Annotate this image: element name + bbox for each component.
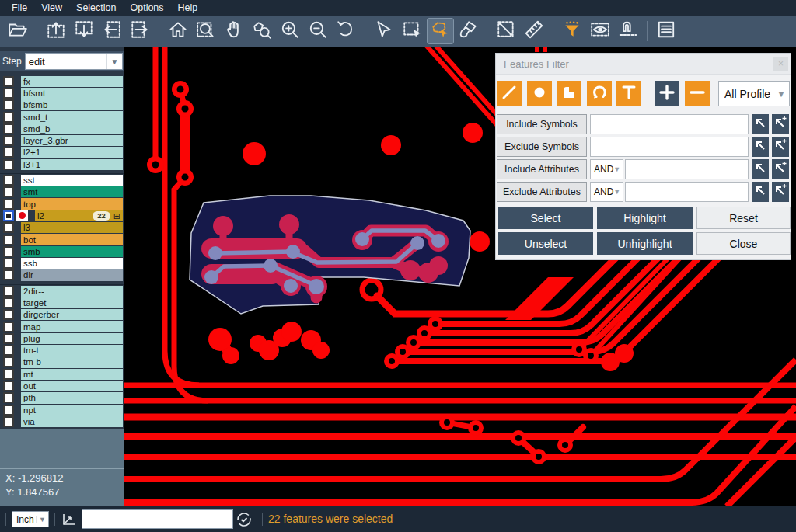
include-attributes-button[interactable]: Include Attributes [497, 159, 587, 179]
pick-arrow-add-button[interactable] [772, 182, 789, 202]
layer-checkbox[interactable] [3, 356, 14, 367]
layer-name[interactable]: 2dir-- [21, 286, 123, 297]
zoom-previous-button[interactable] [333, 19, 359, 43]
layer-checkbox[interactable] [3, 235, 14, 245]
layer-checkbox[interactable] [3, 416, 14, 427]
unselect-button[interactable]: Unselect [498, 232, 593, 255]
pan-hand-button[interactable] [222, 19, 247, 43]
layer-name[interactable]: dirgerber [21, 309, 123, 320]
layer-name[interactable]: plug [21, 333, 123, 344]
menu-view[interactable]: View [34, 1, 69, 16]
home-button[interactable] [166, 19, 191, 43]
move-down-button[interactable] [72, 19, 97, 43]
pick-arrow-button[interactable] [752, 114, 769, 134]
filter-arc-button[interactable] [587, 81, 612, 106]
zoom-in-button[interactable] [278, 19, 303, 43]
pick-arrow-add-button[interactable] [772, 159, 789, 179]
layer-checkbox[interactable] [3, 147, 14, 158]
layer-name[interactable]: target [21, 297, 123, 308]
layer-checkbox[interactable] [3, 286, 14, 297]
filter-text-button[interactable] [616, 81, 641, 106]
include-symbols-button[interactable]: Include Symbols [497, 114, 587, 134]
layer-name[interactable]: bfsmb [21, 99, 123, 110]
move-left-button[interactable] [100, 19, 125, 43]
zoom-out-button[interactable] [305, 19, 331, 43]
layer-checkbox[interactable] [3, 392, 14, 403]
menu-file[interactable]: File [5, 1, 34, 16]
exclude-attributes-button[interactable]: Exclude Attributes [497, 182, 587, 202]
unit-select[interactable]: Inch ▼ [12, 511, 49, 527]
layer-checkbox[interactable] [3, 269, 14, 280]
layer-name[interactable]: tm-t [21, 345, 123, 356]
select-polygon-button[interactable] [428, 19, 453, 43]
layer-name[interactable]: via [21, 416, 123, 427]
exclude-attributes-operator-select[interactable]: AND▼ [590, 182, 623, 202]
filter-button[interactable] [560, 19, 585, 43]
layer-checkbox[interactable] [3, 210, 14, 221]
show-eye-button[interactable] [588, 19, 613, 43]
layer-name[interactable]: l2+1 [21, 147, 123, 158]
layer-name[interactable]: ssb [21, 258, 123, 269]
profile-select[interactable]: All Profile ▼ [718, 81, 790, 106]
menu-selection[interactable]: Selection [69, 1, 123, 16]
layer-name[interactable]: bot [21, 234, 123, 245]
layer-checkbox[interactable] [3, 222, 14, 233]
command-input[interactable] [82, 509, 233, 529]
layer-checkbox[interactable] [3, 123, 14, 134]
layer-name[interactable]: sst [21, 175, 123, 186]
reset-button[interactable]: Reset [696, 207, 791, 229]
step-select[interactable]: edit ▼ [25, 53, 123, 70]
layer-checkbox[interactable] [3, 405, 14, 416]
layer-name[interactable]: l3 [21, 222, 123, 233]
layer-checkbox[interactable] [3, 199, 14, 210]
close-button[interactable]: Close [696, 232, 791, 255]
layer-checkbox[interactable] [3, 88, 14, 99]
ruler-button[interactable] [522, 19, 547, 43]
close-icon[interactable]: × [773, 57, 788, 71]
layer-checkbox[interactable] [3, 333, 14, 344]
brush-button[interactable] [456, 19, 481, 43]
open-folder-button[interactable] [5, 19, 31, 43]
layer-name[interactable]: layer_3.gbr [21, 135, 123, 146]
layer-name[interactable]: l222⊞ [35, 210, 123, 221]
layer-name[interactable]: smb [21, 246, 123, 257]
include-attributes-operator-select[interactable]: AND▼ [590, 159, 623, 179]
layer-name[interactable]: tm-b [21, 356, 123, 367]
exclude-symbols-input[interactable] [590, 137, 749, 157]
filter-line-button[interactable] [497, 81, 522, 106]
unhighlight-button[interactable]: Unhighlight [597, 232, 693, 255]
layer-name[interactable]: mt [21, 369, 123, 380]
menu-help[interactable]: Help [171, 1, 205, 16]
move-up-button[interactable] [44, 19, 69, 43]
layers-panel-button[interactable] [654, 19, 679, 43]
dialog-title-bar[interactable]: Features Filter × [496, 54, 791, 75]
move-right-button[interactable] [127, 19, 153, 43]
layer-checkbox[interactable] [3, 345, 14, 356]
layer-name[interactable]: smd_b [21, 123, 123, 134]
layer-checkbox[interactable] [3, 369, 14, 380]
layer-checkbox[interactable] [3, 175, 14, 186]
pick-arrow-add-button[interactable] [772, 114, 789, 134]
layer-checkbox[interactable] [3, 112, 14, 123]
layer-name[interactable]: npt [21, 405, 123, 416]
layer-name[interactable]: smt [21, 186, 123, 197]
snap-magnet-button[interactable] [616, 19, 641, 43]
pick-arrow-button[interactable] [752, 137, 769, 157]
layer-checkbox[interactable] [3, 381, 14, 391]
zoom-polygon-button[interactable] [250, 19, 275, 43]
angle-measure-icon[interactable] [62, 513, 76, 529]
layer-checkbox[interactable] [3, 76, 14, 87]
layer-checkbox[interactable] [3, 258, 14, 269]
select-rect-button[interactable] [400, 19, 425, 43]
select-button[interactable]: Select [498, 207, 593, 229]
zoom-area-button[interactable] [194, 19, 219, 43]
include-symbols-input[interactable] [590, 114, 749, 134]
exclude-symbols-button[interactable]: Exclude Symbols [497, 137, 587, 157]
layer-name[interactable]: l3+1 [21, 159, 123, 170]
select-cursor-button[interactable] [372, 19, 397, 43]
layer-name[interactable]: bfsmt [21, 88, 123, 99]
highlight-button[interactable]: Highlight [597, 207, 693, 229]
layer-checkbox[interactable] [3, 246, 14, 257]
layer-name[interactable]: smd_t [21, 111, 123, 122]
layer-checkbox[interactable] [3, 322, 14, 332]
